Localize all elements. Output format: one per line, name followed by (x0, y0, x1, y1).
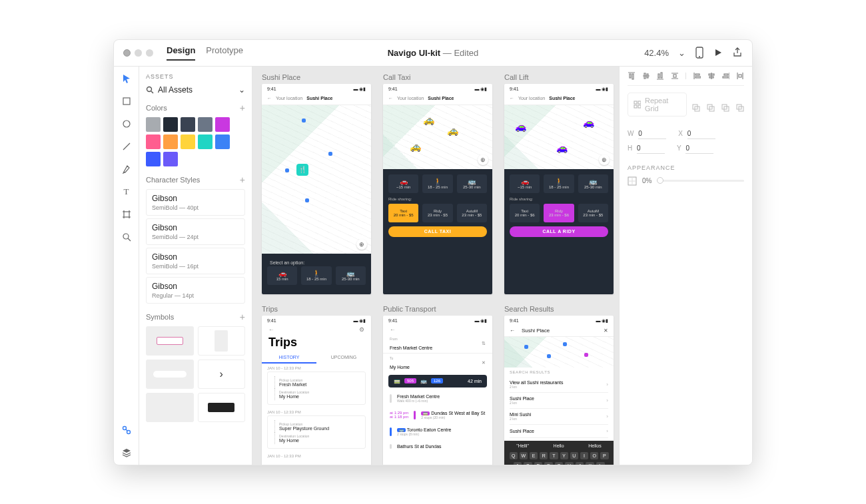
align-right-icon (722, 72, 730, 80)
chevron-down-icon: ⌄ (238, 85, 245, 95)
color-swatch[interactable] (146, 134, 161, 149)
tool-rail: T (114, 67, 139, 465)
line-tool-icon[interactable] (120, 140, 133, 153)
option: 🚶18 - 25 min (544, 174, 574, 193)
zoom-level[interactable]: 42.4% (644, 48, 669, 58)
svg-rect-35 (739, 75, 741, 77)
svg-rect-38 (634, 105, 637, 108)
boolean-ops[interactable] (692, 104, 744, 112)
assets-panel-icon[interactable] (120, 423, 133, 437)
svg-rect-26 (695, 77, 701, 78)
artboard-call-lift[interactable]: 9:41▬ ◉ ▮ ←Your locationSushi Place 🚗 🚗 … (504, 84, 614, 294)
color-swatch[interactable] (163, 117, 178, 132)
ride-sharing-label: Ride sharing: (510, 197, 608, 201)
color-swatch[interactable] (163, 134, 178, 149)
svg-line-4 (123, 143, 130, 150)
colors-heading: Colors (146, 104, 167, 112)
tab-upcoming: UPCOMING (316, 352, 371, 364)
char-style-card[interactable]: GibsonSemiBold — 24pt (146, 218, 245, 245)
assets-filter[interactable]: All Assets ⌄ (146, 85, 245, 95)
text-tool-icon[interactable]: T (120, 185, 133, 198)
color-swatches[interactable] (146, 117, 245, 166)
layers-panel-icon[interactable] (120, 446, 133, 459)
color-swatch[interactable] (146, 117, 161, 132)
symbol-thumb[interactable] (146, 393, 194, 422)
symbol-thumb[interactable] (146, 360, 194, 389)
color-swatch[interactable] (215, 134, 230, 149)
add-color-icon[interactable]: + (240, 103, 245, 113)
repeat-grid-button[interactable]: Repeat Grid (628, 93, 687, 117)
ride-option: Taxi20 min - $5 (388, 204, 418, 222)
artboard-public-transport[interactable]: 9:41▬ ◉ ▮ ← FromFresh Market Centre⇅ ToM… (383, 316, 492, 465)
align-top-icon (628, 72, 636, 80)
locate-me-icon: ⊕ (599, 154, 610, 165)
search-result-item: Sushi Place2 km› (510, 393, 608, 409)
distribute-v-icon (671, 72, 679, 80)
add-style-icon[interactable]: + (240, 174, 245, 185)
y-input[interactable]: 0 (685, 144, 713, 154)
color-swatch[interactable] (146, 152, 161, 166)
zoom-tool-icon[interactable] (120, 230, 133, 244)
artboard-label[interactable]: Call Lift (504, 73, 614, 81)
x-input[interactable]: 0 (687, 130, 715, 139)
artboard-label[interactable]: Trips (262, 305, 371, 313)
pen-tool-icon[interactable] (120, 162, 133, 176)
symbol-thumb[interactable] (198, 393, 246, 422)
color-swatch[interactable] (215, 117, 230, 132)
tab-design[interactable]: Design (167, 45, 195, 61)
trips-title: Trips (262, 334, 371, 352)
char-style-card[interactable]: GibsonRegular — 14pt (146, 277, 245, 304)
zoom-dropdown-icon[interactable]: ⌄ (678, 48, 685, 58)
play-preview-icon[interactable] (713, 48, 723, 57)
char-style-card[interactable]: GibsonSemiBold — 40pt (146, 189, 245, 216)
ride-option: AutoM23 min - $5 (578, 204, 608, 222)
taxi-marker-icon: 🚕 (447, 125, 458, 136)
artboard-label[interactable]: Call Taxi (383, 73, 492, 81)
color-swatch[interactable] (181, 134, 195, 149)
search-result-item: View all Sushi restaurants2 km› (510, 377, 608, 393)
rectangle-tool-icon[interactable] (120, 95, 133, 108)
keyboard: "Helli"HelloHellos QWERTYUIOP ASDFGHJKL (504, 441, 614, 465)
trip-date: JAN 10 - 12:33 PM (262, 364, 371, 372)
search-results-heading: SEARCH RESULTS (510, 370, 608, 374)
symbol-thumb[interactable] (146, 326, 194, 356)
color-swatch[interactable] (163, 152, 178, 166)
char-style-card[interactable]: GibsonSemiBold — 16pt (146, 248, 245, 274)
symbol-thumb[interactable] (198, 326, 246, 356)
opacity-control[interactable]: 0% (628, 176, 744, 186)
artboard-label[interactable]: Sushi Place (262, 73, 371, 81)
ellipse-tool-icon[interactable] (120, 117, 133, 130)
trip-card: Pickup LocationFresh Market Destination … (267, 372, 366, 405)
svg-rect-32 (723, 77, 728, 78)
artboard-trips[interactable]: 9:41▬ ◉ ▮ ←⚙ Trips HISTORYUPCOMING JAN 1… (262, 316, 371, 465)
artboard-call-taxi[interactable]: 9:41▬ ◉ ▮ ←Your locationSushi Place 🚕 🚕 … (383, 84, 492, 294)
color-swatch[interactable] (198, 117, 213, 132)
search-result-item: Sushi Place› (510, 425, 608, 438)
select-option-label: Select an option: (267, 259, 366, 266)
color-swatch[interactable] (181, 117, 195, 132)
artboard-label[interactable]: Public Transport (383, 305, 492, 313)
symbol-thumb[interactable]: › (198, 360, 246, 389)
color-swatch[interactable] (198, 134, 213, 149)
svg-rect-13 (630, 74, 631, 78)
share-icon[interactable] (732, 47, 743, 58)
width-input[interactable]: 0 (638, 130, 666, 139)
window-controls[interactable] (123, 49, 153, 57)
car-marker-icon: 🚗 (556, 142, 568, 153)
add-symbol-icon[interactable]: + (240, 312, 245, 322)
ride-sharing-label: Ride sharing: (388, 197, 487, 201)
marker-restaurant-icon: 🍴 (296, 164, 308, 176)
align-tools[interactable]: | (628, 72, 744, 86)
tab-prototype[interactable]: Prototype (206, 45, 243, 61)
option: 🚶18 - 25 min (422, 174, 452, 193)
option: 🚗~15 min (510, 174, 540, 193)
device-preview-icon[interactable] (695, 47, 704, 59)
artboard-label[interactable]: Search Results (504, 305, 614, 313)
select-tool-icon[interactable] (120, 72, 133, 85)
artboard-search-results[interactable]: 9:41▬ ◉ ▮ ←Sushi Place✕ SEARCH RESULTS V… (504, 316, 614, 465)
align-hcenter-icon (707, 72, 715, 80)
artboard-sushi-place[interactable]: 9:41▬ ◉ ▮ ←Your locationSushi Place 🍴 ⊕ … (262, 84, 371, 294)
canvas[interactable]: Sushi Place 9:41▬ ◉ ▮ ←Your locationSush… (252, 67, 619, 465)
height-input[interactable]: 0 (637, 144, 665, 154)
artboard-tool-icon[interactable] (120, 208, 133, 221)
